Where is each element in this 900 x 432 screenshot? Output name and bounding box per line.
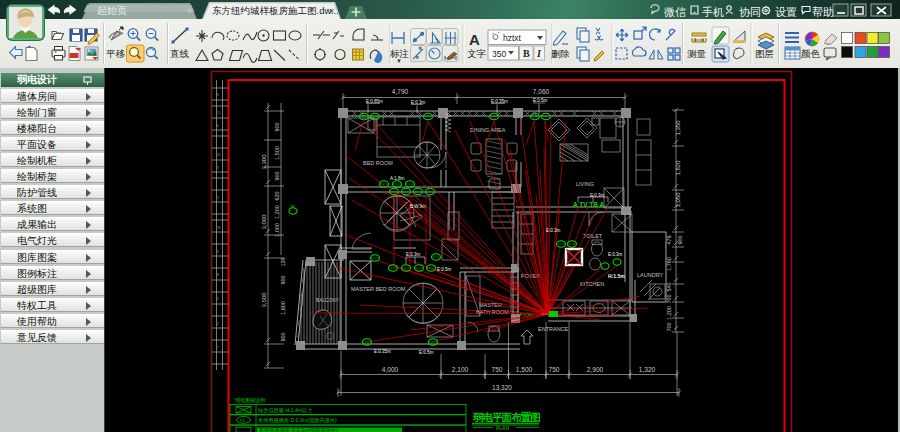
svg-text:LAUNDRY: LAUNDRY (637, 272, 664, 278)
svg-text:E:0.35m: E:0.35m (374, 349, 391, 354)
svg-text:7,060: 7,060 (533, 88, 550, 95)
svg-text:1F: 1F (290, 204, 295, 209)
svg-text:E:0.85m: E:0.85m (366, 99, 383, 104)
svg-text:×: × (187, 6, 192, 16)
svg-text:6: 6 (217, 124, 219, 128)
svg-text:2: 2 (217, 322, 219, 326)
svg-text:E:0.5m: E:0.5m (533, 98, 548, 103)
svg-text:1,200: 1,200 (666, 306, 672, 320)
svg-text:120: 120 (280, 257, 286, 266)
svg-text:颜色: 颜色 (801, 48, 821, 59)
svg-text:620: 620 (274, 191, 280, 200)
svg-text:700: 700 (666, 294, 672, 303)
svg-text:图层: 图层 (755, 48, 774, 59)
svg-text:手机: 手机 (702, 6, 724, 18)
svg-text:45: 45 (217, 153, 221, 157)
svg-text:帮助: 帮助 (812, 6, 834, 18)
svg-text:1,320: 1,320 (639, 366, 656, 373)
svg-text:KITCHEN: KITCHEN (580, 281, 604, 287)
svg-text:E:0.3m: E:0.3m (546, 228, 561, 233)
svg-text:6: 6 (217, 297, 219, 301)
svg-text:8: 8 (217, 93, 219, 97)
svg-text:13,320: 13,320 (492, 384, 512, 391)
svg-text:H:1.5m: H:1.5m (608, 273, 625, 279)
svg-text:900: 900 (274, 122, 280, 131)
svg-text:1,500: 1,500 (274, 146, 280, 160)
svg-text:3,300: 3,300 (261, 154, 267, 170)
svg-text:测量: 测量 (687, 48, 707, 59)
svg-text:弱电图例说明:: 弱电图例说明: (235, 397, 266, 404)
svg-text:12: 12 (217, 111, 221, 115)
svg-text:700: 700 (666, 322, 672, 331)
svg-text:3,000: 3,000 (261, 214, 267, 230)
svg-text:2,900: 2,900 (587, 366, 604, 373)
svg-text:A TV TB A: A TV TB A (573, 201, 605, 208)
svg-text:1,050: 1,050 (675, 192, 681, 208)
svg-text:直线: 直线 (170, 48, 190, 59)
svg-text:1,500: 1,500 (516, 366, 533, 373)
svg-text:DINING AREA: DINING AREA (470, 127, 506, 133)
svg-text:1,350: 1,350 (675, 120, 681, 136)
svg-text:28: 28 (217, 226, 221, 230)
svg-text:删除: 删除 (551, 48, 570, 59)
svg-text:1,200: 1,200 (274, 205, 280, 219)
svg-text:3,600: 3,600 (261, 292, 267, 308)
svg-text:4,000: 4,000 (382, 366, 399, 373)
svg-text:540: 540 (666, 282, 672, 291)
svg-text:文字: 文字 (467, 48, 487, 59)
svg-text:东方纽约城样板房施工图.dw...: 东方纽约城样板房施工图.dw... (212, 5, 339, 16)
svg-text:900: 900 (280, 275, 286, 284)
svg-text:E:0.3m: E:0.3m (406, 252, 421, 257)
svg-text:2,100: 2,100 (452, 366, 469, 373)
svg-text:设置: 设置 (775, 6, 797, 18)
svg-text:A: A (469, 31, 480, 48)
svg-text:TV: TV (240, 418, 245, 423)
svg-text:350: 350 (492, 49, 506, 59)
svg-text:hztxt: hztxt (503, 33, 522, 43)
svg-text:A:1.8m: A:1.8m (390, 176, 405, 181)
svg-text:BALCONY: BALCONY (316, 298, 340, 303)
svg-text:MASTER BED ROOM: MASTER BED ROOM (351, 286, 406, 292)
svg-text:综合信息箱 H:1.4m以上: 综合信息箱 H:1.4m以上 (258, 407, 312, 414)
svg-text:平移: 平移 (106, 48, 126, 59)
svg-text:B:W.9m: B:W.9m (410, 204, 426, 209)
svg-text:B: B (217, 273, 219, 277)
svg-text:900: 900 (677, 235, 683, 244)
svg-text:1,000: 1,000 (274, 223, 280, 237)
svg-text:7: 7 (217, 346, 219, 350)
svg-text:750: 750 (492, 366, 503, 373)
svg-text:E:0.3m: E:0.3m (411, 100, 426, 105)
svg-text:协同: 协同 (739, 6, 761, 18)
svg-text:▼: ▼ (396, 58, 402, 64)
svg-text:479: 479 (666, 235, 672, 244)
svg-text:1,760: 1,760 (666, 257, 672, 271)
svg-text:弱电平面布置图: 弱电平面布置图 (472, 411, 540, 423)
svg-text:LIVING: LIVING (576, 181, 594, 187)
svg-text:B: B (523, 48, 530, 59)
svg-text:4,790: 4,790 (392, 88, 409, 95)
svg-text:3: 3 (217, 196, 219, 200)
svg-text:×: × (329, 6, 334, 16)
svg-text:BED ROOM: BED ROOM (363, 160, 393, 166)
svg-text:E:0.5m: E:0.5m (437, 267, 452, 272)
svg-text:ENTRANCE: ENTRANCE (538, 326, 569, 332)
svg-text:E:0.35m: E:0.35m (491, 99, 508, 104)
svg-text:PLAN: PLAN (496, 425, 509, 431)
svg-text:1,820: 1,820 (675, 160, 681, 176)
svg-text:E:0.3m: E:0.3m (520, 312, 533, 317)
svg-text:900: 900 (274, 171, 280, 180)
svg-text:9: 9 (217, 250, 219, 254)
svg-text:有线电视插座 D:0.3m(指除高度外): 有线电视插座 D:0.3m(指除高度外) (259, 427, 338, 432)
svg-text:E:0.5m: E:0.5m (419, 350, 434, 355)
svg-text:起始页: 起始页 (97, 5, 127, 16)
svg-text:有线电视插座 D:0.3m(指除高度外): 有线电视插座 D:0.3m(指除高度外) (258, 417, 337, 424)
svg-text:900: 900 (280, 332, 286, 341)
svg-text:8: 8 (217, 166, 219, 170)
svg-text:1,800: 1,800 (280, 301, 286, 315)
svg-text:E:0.3m: E:0.3m (608, 252, 623, 257)
svg-text:E:0.3m: E:0.3m (590, 193, 605, 198)
svg-text:750: 750 (549, 366, 560, 373)
svg-text:微信: 微信 (664, 6, 686, 18)
